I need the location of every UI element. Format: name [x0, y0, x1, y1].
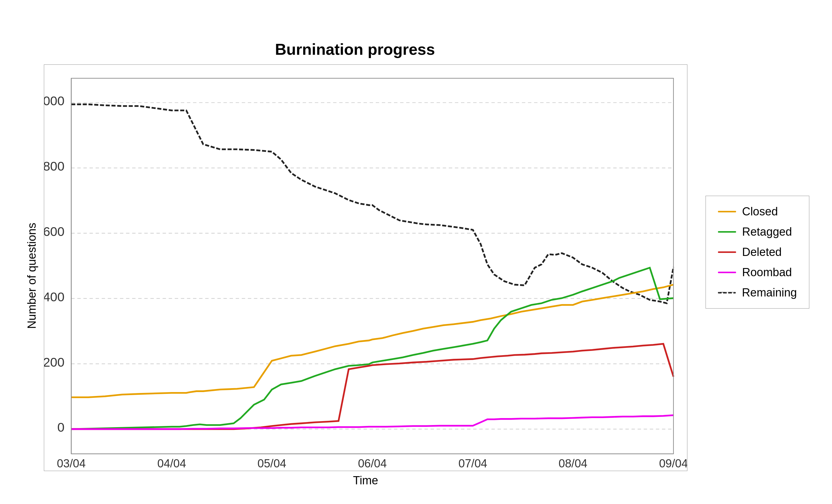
x-axis-label: Time — [44, 474, 687, 487]
svg-text:600: 600 — [44, 224, 64, 239]
legend-item-remaining: Remaining — [718, 286, 797, 299]
chart-svg: 1,000 800 600 400 200 0 — [44, 64, 687, 471]
svg-text:05/04: 05/04 — [257, 457, 286, 470]
svg-rect-0 — [44, 65, 687, 471]
legend-label-deleted: Deleted — [742, 246, 782, 259]
svg-text:06/04: 06/04 — [358, 457, 387, 470]
legend-item-retagged: Retagged — [718, 226, 797, 238]
legend-line-closed — [718, 211, 736, 212]
legend-line-retagged — [718, 231, 736, 233]
chart-title: Burnination progress — [275, 40, 435, 58]
legend-line-roombad — [718, 272, 736, 273]
chart-plot-area: 1,000 800 600 400 200 0 — [44, 64, 687, 487]
legend-label-roombad: Roombad — [742, 266, 792, 279]
chart-container: Burnination progress Number of questions… — [23, 25, 809, 479]
legend: Closed Retagged Deleted Roombad Remainin… — [705, 196, 809, 309]
svg-text:1,000: 1,000 — [44, 94, 64, 108]
legend-label-closed: Closed — [742, 205, 778, 218]
svg-text:0: 0 — [57, 420, 64, 434]
svg-text:400: 400 — [44, 290, 64, 304]
svg-text:08/04: 08/04 — [558, 457, 587, 470]
y-axis-label: Number of questions — [23, 64, 41, 487]
svg-text:04/04: 04/04 — [157, 457, 186, 470]
svg-text:03/04: 03/04 — [57, 457, 86, 470]
legend-item-closed: Closed — [718, 205, 797, 218]
svg-text:200: 200 — [44, 355, 64, 369]
svg-text:800: 800 — [44, 159, 64, 173]
legend-item-roombad: Roombad — [718, 266, 797, 279]
chart-area: Burnination progress Number of questions… — [23, 40, 687, 464]
legend-label-remaining: Remaining — [742, 286, 797, 299]
svg-text:07/04: 07/04 — [458, 457, 487, 470]
legend-item-deleted: Deleted — [718, 246, 797, 259]
legend-label-retagged: Retagged — [742, 226, 792, 238]
legend-line-deleted — [718, 251, 736, 253]
svg-text:09/04: 09/04 — [659, 457, 687, 470]
chart-inner: Number of questions 1,000 800 600 — [23, 64, 687, 487]
legend-line-remaining — [718, 292, 736, 293]
